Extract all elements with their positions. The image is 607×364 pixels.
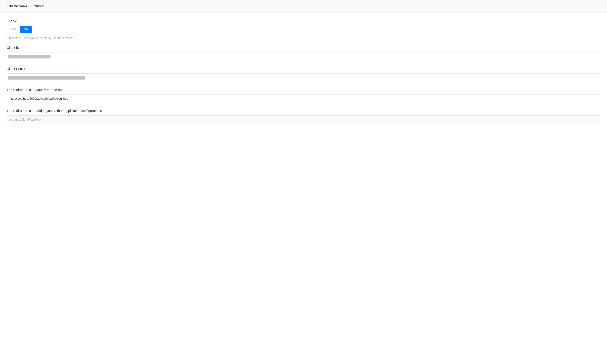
enable-toggle: OFF ON xyxy=(7,26,32,33)
toggle-on-button[interactable]: ON xyxy=(20,26,32,33)
redacted-value xyxy=(8,76,85,79)
breadcrumb-root: Edit Provider xyxy=(7,4,27,8)
toggle-off-button[interactable]: OFF xyxy=(7,26,20,33)
chevron-right-icon xyxy=(30,5,31,8)
client-secret-input-wrapper[interactable] xyxy=(7,73,600,82)
redirect-frontend-label: The redirect URL to your front-end app xyxy=(7,88,600,92)
redirect-github-label: The redirect URL to add in your Github a… xyxy=(7,109,600,113)
breadcrumb: Edit Provider Github xyxy=(7,4,44,8)
close-icon xyxy=(597,5,600,8)
enable-help-text: If disabled, users won't be able to use … xyxy=(7,36,600,40)
redirect-frontend-group: The redirect URL to your front-end app xyxy=(7,88,600,103)
form-content: Enable OFF ON If disabled, users won't b… xyxy=(0,13,607,136)
client-id-label: Client ID xyxy=(7,46,600,50)
redacted-value xyxy=(8,55,51,58)
redirect-frontend-input[interactable] xyxy=(7,94,600,103)
redirect-github-group: The redirect URL to add in your Github a… xyxy=(7,109,600,124)
close-button[interactable] xyxy=(596,4,600,9)
redirect-github-input xyxy=(7,116,600,124)
breadcrumb-current: Github xyxy=(34,4,44,8)
enable-group: Enable OFF ON If disabled, users won't b… xyxy=(7,19,600,40)
client-id-input-wrapper[interactable] xyxy=(7,52,600,61)
client-secret-group: Client Secret xyxy=(7,67,600,82)
enable-label: Enable xyxy=(7,19,600,23)
page-header: Edit Provider Github xyxy=(0,0,607,13)
client-secret-label: Client Secret xyxy=(7,67,600,71)
client-id-group: Client ID xyxy=(7,46,600,61)
